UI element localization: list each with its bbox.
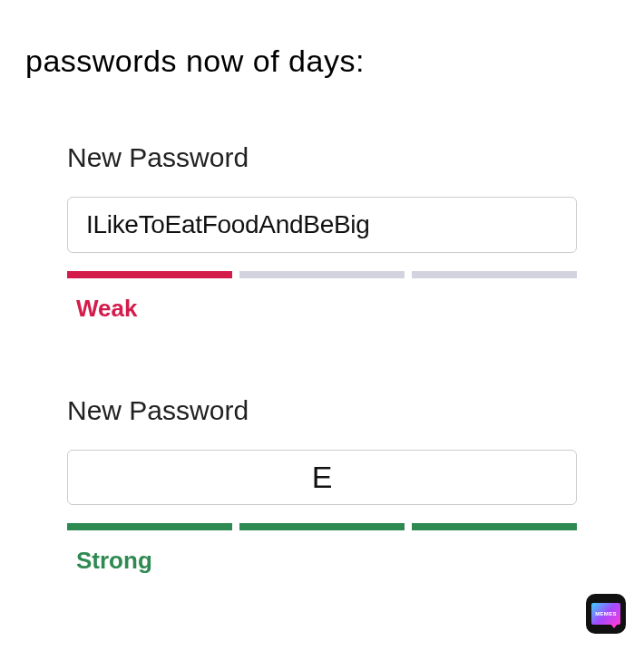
strength-meter (67, 271, 577, 278)
password-panel-weak: New Password ILikeToEatFoodAndBeBig Weak (0, 142, 644, 323)
memes-watermark-icon: MEMES (586, 594, 626, 634)
new-password-label: New Password (67, 395, 577, 426)
strength-text-weak: Weak (67, 295, 577, 323)
strength-text-strong: Strong (67, 547, 577, 575)
watermark-text: MEMES (595, 611, 617, 617)
password-panel-strong: New Password E Strong (0, 395, 644, 575)
new-password-label: New Password (67, 142, 577, 173)
meme-caption: passwords now of days: (0, 0, 644, 79)
strength-segment-3 (412, 523, 577, 530)
strength-meter (67, 523, 577, 530)
strength-segment-1 (67, 271, 232, 278)
strength-segment-3 (412, 271, 577, 278)
strength-segment-2 (239, 523, 405, 530)
strength-segment-1 (67, 523, 232, 530)
strength-segment-2 (239, 271, 405, 278)
password-input[interactable]: ILikeToEatFoodAndBeBig (67, 197, 577, 253)
password-input[interactable]: E (67, 450, 577, 505)
